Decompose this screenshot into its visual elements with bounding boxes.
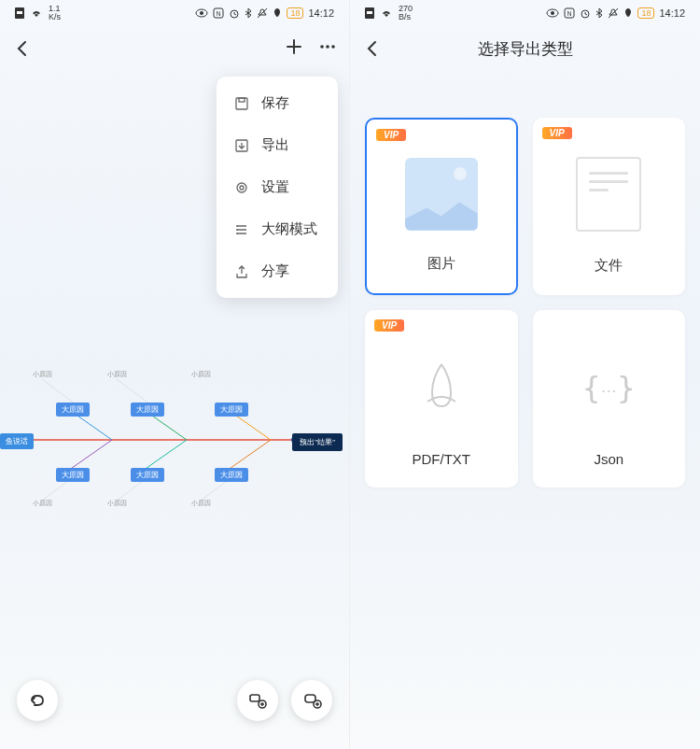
export-option-json[interactable]: {…} Json <box>533 310 686 488</box>
svg-point-13 <box>237 183 246 192</box>
fishbone-node[interactable]: 大原因 <box>131 468 164 482</box>
menu-label: 导出 <box>261 136 289 154</box>
fishbone-root[interactable]: 鱼说话 <box>0 433 34 449</box>
image-icon <box>404 133 479 255</box>
wifi-icon <box>30 8 43 18</box>
pdf-icon <box>404 323 479 451</box>
svg-point-15 <box>236 225 238 227</box>
export-option-image[interactable]: VIP 图片 <box>365 118 518 295</box>
fishbone-node[interactable]: 大原因 <box>56 403 90 417</box>
clock: 14:12 <box>308 7 334 19</box>
fishbone-small[interactable]: 小原因 <box>33 499 52 508</box>
alarm-icon <box>229 7 240 19</box>
card-label: 文件 <box>595 257 623 275</box>
fishbone-small[interactable]: 小原因 <box>191 370 211 379</box>
fishbone-node[interactable]: 大原因 <box>215 403 248 417</box>
eye-icon <box>546 8 559 18</box>
menu-settings[interactable]: 设置 <box>217 166 338 208</box>
menu-save[interactable]: 保存 <box>217 82 338 124</box>
back-button[interactable] <box>11 37 34 60</box>
page-title: 选择导出类型 <box>384 38 666 60</box>
menu-label: 设置 <box>261 178 289 196</box>
export-header: 选择导出类型 <box>350 26 700 71</box>
wifi-icon <box>380 8 393 18</box>
menu-export[interactable]: 导出 <box>217 124 338 166</box>
svg-point-7 <box>320 45 324 49</box>
svg-rect-10 <box>236 98 247 109</box>
bluetooth-icon <box>245 7 252 19</box>
status-bar: 1.1 K/s N 18 14:12 <box>0 0 349 26</box>
fishbone-small[interactable]: 小原因 <box>191 499 211 508</box>
undo-button[interactable] <box>17 680 58 721</box>
svg-point-14 <box>240 186 244 190</box>
card-label: Json <box>594 451 623 467</box>
clock: 14:12 <box>659 7 685 19</box>
svg-text:N: N <box>567 10 572 17</box>
svg-rect-11 <box>239 98 245 102</box>
menu-share[interactable]: 分享 <box>217 250 338 292</box>
alarm-icon <box>580 7 591 19</box>
menu-label: 分享 <box>261 262 289 280</box>
file-icon <box>571 131 646 257</box>
more-menu: 保存 导出 设置 大纲模式 分享 <box>217 77 338 298</box>
svg-rect-1 <box>17 11 22 14</box>
outline-icon <box>233 221 250 238</box>
svg-rect-33 <box>305 695 315 702</box>
export-icon <box>233 137 250 154</box>
export-type-screen: 270 B/s N 18 14:12 选择导出类型 VIP 图片 VIP <box>350 0 700 749</box>
mute-icon <box>257 7 268 19</box>
add-button[interactable] <box>284 36 304 61</box>
bluetooth-icon <box>595 7 603 19</box>
fishbone-small[interactable]: 小原因 <box>107 499 127 508</box>
network-speed: 270 B/s <box>399 5 413 21</box>
fishbone-node[interactable]: 大原因 <box>215 468 248 482</box>
mindmap-editor-screen: 1.1 K/s N 18 14:12 <box>0 0 350 749</box>
card-label: 图片 <box>427 255 455 273</box>
fishbone-result[interactable]: 预出"结果" <box>292 433 343 451</box>
sim-icon <box>365 7 374 19</box>
svg-point-9 <box>331 45 335 49</box>
svg-rect-36 <box>367 11 372 14</box>
battery-indicator: 18 <box>287 7 303 19</box>
nfc-icon: N <box>213 7 224 19</box>
share-icon <box>233 263 250 280</box>
json-icon: {…} <box>571 323 646 451</box>
dnd-icon <box>623 7 633 19</box>
fishbone-node[interactable]: 大原因 <box>56 468 90 482</box>
vip-badge: VIP <box>376 129 406 141</box>
export-options-grid: VIP 图片 VIP 文件 VIP PDF/TXT {…} Json <box>350 71 700 502</box>
add-child-button[interactable] <box>291 680 332 721</box>
export-option-pdf[interactable]: VIP PDF/TXT <box>365 310 518 488</box>
fishbone-small[interactable]: 小原因 <box>107 370 127 379</box>
dnd-icon <box>273 7 282 19</box>
mute-icon <box>608 7 619 19</box>
svg-point-8 <box>326 45 329 49</box>
network-speed: 1.1 K/s <box>49 5 61 21</box>
export-option-file[interactable]: VIP 文件 <box>533 118 686 295</box>
nfc-icon: N <box>564 7 575 19</box>
svg-text:N: N <box>217 10 221 17</box>
card-label: PDF/TXT <box>413 451 471 467</box>
svg-point-17 <box>236 233 238 234</box>
add-node-button[interactable] <box>237 680 278 721</box>
more-button[interactable] <box>317 36 338 61</box>
editor-header <box>0 26 349 71</box>
sim-icon <box>15 7 24 19</box>
save-icon <box>233 95 250 112</box>
battery-indicator: 18 <box>637 7 654 19</box>
menu-outline[interactable]: 大纲模式 <box>217 208 338 250</box>
status-bar: 270 B/s N 18 14:12 <box>350 0 700 26</box>
vip-badge: VIP <box>542 127 572 139</box>
fishbone-small[interactable]: 小原因 <box>33 370 52 379</box>
settings-icon <box>233 179 250 196</box>
eye-icon <box>195 8 208 18</box>
menu-label: 大纲模式 <box>261 220 317 238</box>
fishbone-node[interactable]: 大原因 <box>131 403 164 417</box>
svg-point-38 <box>551 11 554 15</box>
fishbone-diagram: 鱼说话 预出"结果" 大原因 大原因 大原因 大原因 大原因 大原因 小原因 小… <box>0 351 350 538</box>
svg-point-3 <box>200 11 203 15</box>
vip-badge: VIP <box>374 319 404 332</box>
svg-point-16 <box>236 229 238 231</box>
menu-label: 保存 <box>261 94 289 112</box>
back-button[interactable] <box>361 37 384 60</box>
